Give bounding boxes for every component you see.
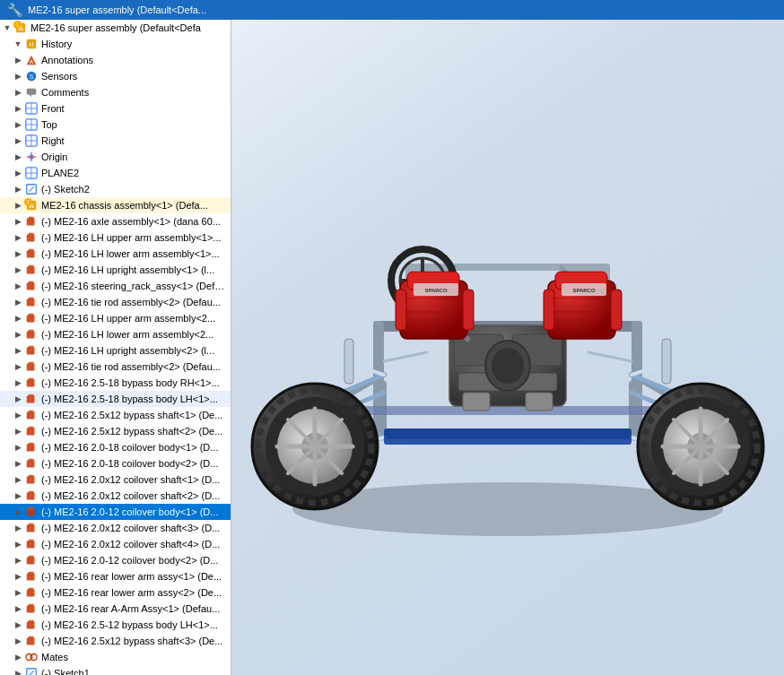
tree-item-history[interactable]: ▼HHistory (0, 36, 231, 52)
expand-icon-history[interactable]: ▼ (13, 39, 23, 49)
tree-item-origin[interactable]: ▶Origin (0, 149, 231, 165)
tree-item-bypass-lh1[interactable]: ▶(-) ME2-16 2.5-18 bypass body LH<1>... (0, 391, 231, 407)
expand-icon-bypass-lh1[interactable]: ▶ (13, 394, 23, 404)
tree-item-lh-lower1[interactable]: ▶(-) ME2-16 LH lower arm assembly<1>... (0, 246, 231, 262)
expand-icon-lh-upright1[interactable]: ▶ (13, 264, 23, 275)
expand-icon-coilshaft3[interactable]: ▶ (13, 523, 23, 533)
tree-item-right[interactable]: ▶Right (0, 133, 231, 149)
tree-item-mates[interactable]: ▶Mates (0, 649, 231, 665)
expand-icon-steering[interactable]: ▶ (13, 281, 23, 291)
expand-icon-origin[interactable]: ▶ (13, 151, 23, 162)
tree-item-coilshaft1[interactable]: ▶(-) ME2-16 2.0x12 coilover shaft<1> (D.… (0, 472, 231, 488)
tree-item-shaft1[interactable]: ▶(-) ME2-16 2.5x12 bypass shaft<1> (De..… (0, 407, 231, 423)
car-display-area: SPARCO SPARCO (231, 20, 784, 675)
tree-item-rear-aarm[interactable]: ▶(-) ME2-16 rear A-Arm Assy<1> (Defau... (0, 601, 231, 617)
tree-item-coilshaft2[interactable]: ▶(-) ME2-16 2.0x12 coilover shaft<2> (D.… (0, 488, 231, 504)
item-label-bypass-rh1: (-) ME2-16 2.5-18 bypass body RH<1>... (41, 377, 227, 388)
tree-item-plane2[interactable]: ▶PLANE2 (0, 165, 231, 181)
tree-item-tie-rod2[interactable]: ▶(-) ME2-16 tie rod assembly<2> (Defau..… (0, 294, 231, 310)
item-label-coilshaft4: (-) ME2-16 2.0x12 coilover shaft<4> (D..… (41, 539, 227, 550)
tree-item-chassis[interactable]: ▶A !ME2-16 chassis assembly<1> (Defa... (0, 197, 231, 213)
tree-item-rear-lower2[interactable]: ▶(-) ME2-16 rear lower arm assy<2> (De..… (0, 584, 231, 601)
tree-item-steering[interactable]: ▶(-) ME2-16 steering_rack_assy<1> (Defau… (0, 278, 231, 294)
svg-line-86 (29, 671, 33, 675)
item-icon-steering (24, 279, 39, 293)
viewport[interactable]: SPARCO SPARCO (231, 20, 784, 675)
tree-item-shaft2[interactable]: ▶(-) ME2-16 2.5x12 bypass shaft<2> (De..… (0, 423, 231, 439)
expand-icon-chassis[interactable]: ▶ (13, 200, 23, 211)
expand-icon-right[interactable]: ▶ (13, 135, 23, 146)
expand-icon-lh-lower1[interactable]: ▶ (13, 248, 23, 259)
svg-rect-34 (29, 249, 34, 253)
tree-item-coilover2[interactable]: ▶(-) ME2-16 2.0-18 coilover body<2> (D..… (0, 455, 231, 472)
expand-icon-rear-aarm[interactable]: ▶ (13, 603, 23, 614)
svg-text:SPARCO: SPARCO (424, 288, 448, 293)
tree-item-coilbody1[interactable]: ▶(-) ME2-16 2.0-12 coilover body<1> (D..… (0, 504, 231, 520)
tree-item-lh-upper1[interactable]: ▶(-) ME2-16 LH upper arm assembly<1>... (0, 229, 231, 246)
tree-item-tie-rod2b[interactable]: ▶(-) ME2-16 tie rod assembly<2> (Defau..… (0, 359, 231, 375)
expand-icon-root[interactable]: ▼ (2, 22, 13, 33)
expand-icon-comments[interactable]: ▶ (13, 87, 23, 98)
expand-icon-shaft1[interactable]: ▶ (13, 410, 23, 420)
tree-item-sensors[interactable]: ▶SSensors (0, 68, 231, 84)
expand-icon-axle[interactable]: ▶ (13, 216, 23, 227)
tree-item-shaft3[interactable]: ▶(-) ME2-16 2.5x12 bypass shaft<3> (De..… (0, 633, 231, 649)
tree-item-axle[interactable]: ▶(-) ME2-16 axle assembly<1> (dana 60... (0, 213, 231, 229)
item-label-mates: Mates (41, 652, 227, 662)
expand-icon-coilover2[interactable]: ▶ (13, 458, 23, 469)
tree-item-lh-upper2[interactable]: ▶(-) ME2-16 LH upper arm assembly<2... (0, 310, 231, 326)
expand-icon-bypass-lh2[interactable]: ▶ (13, 619, 23, 630)
expand-icon-coilshaft1[interactable]: ▶ (13, 474, 23, 485)
item-icon-tie-rod2b (24, 359, 39, 374)
expand-icon-tie-rod2b[interactable]: ▶ (13, 361, 23, 372)
expand-icon-tie-rod2[interactable]: ▶ (13, 297, 23, 307)
expand-icon-coilshaft2[interactable]: ▶ (13, 490, 23, 501)
expand-icon-annotations[interactable]: ▶ (13, 55, 23, 65)
tree-item-coilshaft4[interactable]: ▶(-) ME2-16 2.0x12 coilover shaft<4> (D.… (0, 536, 231, 552)
expand-icon-lh-upright2[interactable]: ▶ (13, 345, 23, 356)
expand-icon-lh-upper2[interactable]: ▶ (13, 313, 23, 324)
expand-icon-sketch1[interactable]: ▶ (13, 668, 23, 675)
expand-icon-lh-lower2[interactable]: ▶ (13, 329, 23, 340)
expand-icon-coilshaft4[interactable]: ▶ (13, 539, 23, 550)
tree-item-lh-upright2[interactable]: ▶(-) ME2-16 LH upright assembly<2> (l... (0, 342, 231, 359)
tree-item-bypass-rh1[interactable]: ▶(-) ME2-16 2.5-18 bypass body RH<1>... (0, 375, 231, 391)
item-label-origin: Origin (41, 151, 227, 162)
expand-icon-bypass-rh1[interactable]: ▶ (13, 377, 23, 388)
expand-icon-plane2[interactable]: ▶ (13, 168, 23, 178)
tree-item-top[interactable]: ▶Top (0, 117, 231, 133)
expand-icon-shaft3[interactable]: ▶ (13, 636, 23, 646)
expand-icon-shaft2[interactable]: ▶ (13, 426, 23, 437)
expand-icon-coilover1[interactable]: ▶ (13, 442, 23, 453)
tree-item-lh-lower2[interactable]: ▶(-) ME2-16 LH lower arm assembly<2... (0, 326, 231, 342)
tree-item-comments[interactable]: ▶Comments (0, 84, 231, 100)
svg-rect-140 (611, 290, 622, 330)
expand-icon-front[interactable]: ▶ (13, 103, 23, 114)
tree-item-sketch2[interactable]: ▶(-) Sketch2 (0, 181, 231, 197)
tree-item-sketch1[interactable]: ▶(-) Sketch1 (0, 665, 231, 675)
expand-icon-coilbody2[interactable]: ▶ (13, 555, 23, 566)
tree-item-rear-lower1[interactable]: ▶(-) ME2-16 rear lower arm assy<1> (De..… (0, 568, 231, 584)
tree-item-annotations[interactable]: ▶AAnnotations (0, 52, 231, 68)
feature-tree[interactable]: ▼A !ME2-16 super assembly (Default<Defa▼… (0, 20, 231, 675)
svg-point-84 (30, 654, 37, 661)
item-icon-rear-lower1 (24, 569, 39, 584)
svg-rect-38 (29, 281, 34, 285)
expand-icon-rear-lower1[interactable]: ▶ (13, 571, 23, 582)
expand-icon-sketch2[interactable]: ▶ (13, 184, 23, 195)
tree-item-front[interactable]: ▶Front (0, 100, 231, 117)
expand-icon-sensors[interactable]: ▶ (13, 71, 23, 82)
tree-item-lh-upright1[interactable]: ▶(-) ME2-16 LH upright assembly<1> (l... (0, 262, 231, 278)
expand-icon-mates[interactable]: ▶ (13, 652, 23, 662)
tree-item-bypass-lh2[interactable]: ▶(-) ME2-16 2.5-12 bypass body LH<1>... (0, 617, 231, 633)
tree-item-coilover1[interactable]: ▶(-) ME2-16 2.0-18 coilover body<1> (D..… (0, 439, 231, 455)
expand-icon-coilbody1[interactable]: ▶ (13, 506, 23, 517)
tree-item-root[interactable]: ▼A !ME2-16 super assembly (Default<Defa (0, 20, 231, 36)
tree-item-coilshaft3[interactable]: ▶(-) ME2-16 2.0x12 coilover shaft<3> (D.… (0, 520, 231, 536)
svg-rect-8 (27, 89, 37, 95)
tree-item-coilbody2[interactable]: ▶(-) ME2-16 2.0-12 coilover body<2> (D..… (0, 552, 231, 568)
expand-icon-lh-upper1[interactable]: ▶ (13, 232, 23, 243)
svg-rect-111 (344, 339, 353, 384)
expand-icon-top[interactable]: ▶ (13, 119, 23, 130)
expand-icon-rear-lower2[interactable]: ▶ (13, 587, 23, 598)
